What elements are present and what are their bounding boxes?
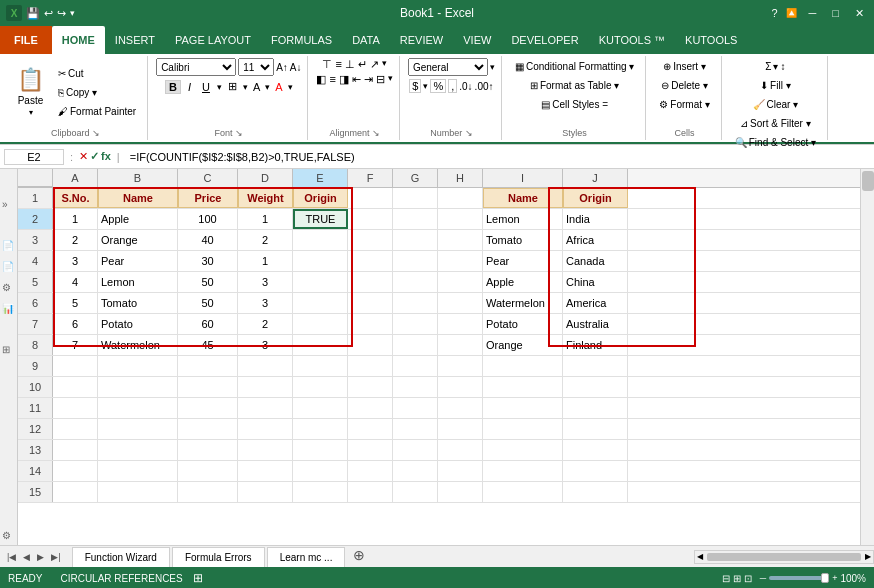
zoom-thumb[interactable] [821,573,829,583]
tab-kutools2[interactable]: KUTOOLS [675,26,747,54]
col-header-j[interactable]: J [563,169,628,187]
clipboard-dialog-icon[interactable]: ↘ [92,128,100,138]
cell-j8[interactable]: Finland [563,335,628,355]
confirm-formula-button[interactable]: ✓ [90,150,99,163]
sheet-tab-function-wizard[interactable]: Function Wizard [72,547,170,567]
zoom-in-button[interactable]: + [832,573,837,583]
fill-color-button[interactable]: A [251,81,262,93]
paste-button[interactable]: 📋 Paste ▾ [10,58,51,126]
quick-access-save[interactable]: 💾 [26,7,40,20]
format-button[interactable]: ⚙ Format ▾ [654,96,714,113]
underline-dropdown[interactable]: ▾ [217,82,222,92]
align-bottom-button[interactable]: ⊥ [345,58,355,71]
align-left-button[interactable]: ◧ [316,73,326,86]
row-num-1[interactable]: 1 [18,188,53,208]
cell-a9[interactable] [53,356,98,376]
decrease-decimal-button[interactable]: .0↓ [459,81,472,92]
col-header-d[interactable]: D [238,169,293,187]
cell-i5[interactable]: Apple [483,272,563,292]
cell-b7[interactable]: Potato [98,314,178,334]
cell-j6[interactable]: America [563,293,628,313]
sidebar-expand-icon[interactable]: » [2,199,17,210]
help-icon[interactable]: ? [771,7,777,19]
align-center-button[interactable]: ≡ [329,73,335,86]
cell-e5[interactable] [293,272,348,292]
cell-b9[interactable] [98,356,178,376]
sidebar-icon-4[interactable]: 📊 [2,303,17,314]
scroll-right-button[interactable]: ▶ [863,552,873,561]
sheet-tab-learn-mc[interactable]: Learn mc ... [267,547,346,567]
cell-c1[interactable]: Price [178,188,238,208]
cell-b3[interactable]: Orange [98,230,178,250]
align-top-button[interactable]: ⊤ [322,58,332,71]
delete-button[interactable]: ⊖ Delete ▾ [656,77,713,94]
col-header-e[interactable]: E [293,169,348,187]
cell-reference-input[interactable] [4,149,64,165]
cell-i6[interactable]: Watermelon [483,293,563,313]
cell-e2[interactable]: TRUE [293,209,348,229]
cell-h2[interactable] [438,209,483,229]
cell-c9[interactable] [178,356,238,376]
cell-h5[interactable] [438,272,483,292]
cell-g1[interactable] [393,188,438,208]
cell-e4[interactable] [293,251,348,271]
orientation-dropdown[interactable]: ▾ [382,58,387,71]
minimize-button[interactable]: ─ [805,7,821,19]
next-sheet-button[interactable]: ▶ [34,552,47,562]
number-dialog-icon[interactable]: ↘ [465,128,473,138]
cell-d2[interactable]: 1 [238,209,293,229]
col-header-g[interactable]: G [393,169,438,187]
cell-d9[interactable] [238,356,293,376]
cell-e7[interactable] [293,314,348,334]
quick-access-undo[interactable]: ↩ [44,7,53,20]
cell-b4[interactable]: Pear [98,251,178,271]
copy-button[interactable]: ⎘ Copy ▾ [53,84,141,101]
cell-f6[interactable] [348,293,393,313]
align-middle-button[interactable]: ≡ [335,58,341,71]
formula-input[interactable]: =IF(COUNTIF($I$2:$I$8,B2)>0,TRUE,FALSE) [126,150,870,164]
insert-function-button[interactable]: fx [101,150,111,163]
cell-d4[interactable]: 1 [238,251,293,271]
col-header-f[interactable]: F [348,169,393,187]
cell-i9[interactable] [483,356,563,376]
cell-c6[interactable]: 50 [178,293,238,313]
cell-j7[interactable]: Australia [563,314,628,334]
row-num-13[interactable]: 13 [18,440,53,460]
cell-g9[interactable] [393,356,438,376]
conditional-formatting-button[interactable]: ▦ Conditional Formatting ▾ [510,58,639,75]
cell-f5[interactable] [348,272,393,292]
cell-b8[interactable]: Watermelon [98,335,178,355]
sidebar-icon-5[interactable]: ⊞ [2,344,17,355]
cell-h3[interactable] [438,230,483,250]
add-sheet-button[interactable]: ⊕ [347,547,371,567]
close-button[interactable]: ✕ [851,7,868,20]
cell-a4[interactable]: 3 [53,251,98,271]
increase-indent-button[interactable]: ⇥ [364,73,373,86]
find-select-button[interactable]: 🔍 Find & Select ▾ [730,134,821,151]
paste-dropdown[interactable]: ▾ [29,108,33,117]
font-color-dropdown[interactable]: ▾ [288,82,293,92]
row-num-7[interactable]: 7 [18,314,53,334]
cell-g2[interactable] [393,209,438,229]
row-num-6[interactable]: 6 [18,293,53,313]
tab-data[interactable]: DATA [342,26,390,54]
border-dropdown[interactable]: ▾ [243,82,248,92]
row-num-4[interactable]: 4 [18,251,53,271]
cell-d7[interactable]: 2 [238,314,293,334]
fill-dropdown[interactable]: ▾ [265,82,270,92]
cell-j1[interactable]: Origin [563,188,628,208]
cell-g5[interactable] [393,272,438,292]
col-header-h[interactable]: H [438,169,483,187]
number-format-select[interactable]: General [408,58,488,76]
insert-button[interactable]: ⊕ Insert ▾ [658,58,711,75]
cell-j5[interactable]: China [563,272,628,292]
cell-g8[interactable] [393,335,438,355]
cell-d1[interactable]: Weight [238,188,293,208]
last-sheet-button[interactable]: ▶| [48,552,63,562]
format-as-table-button[interactable]: ⊞ Format as Table ▾ [525,77,624,94]
cell-f3[interactable] [348,230,393,250]
zoom-out-button[interactable]: ─ [760,573,766,583]
accounting-button[interactable]: $ [409,79,421,93]
cell-h6[interactable] [438,293,483,313]
merge-button[interactable]: ⊟ [376,73,385,86]
